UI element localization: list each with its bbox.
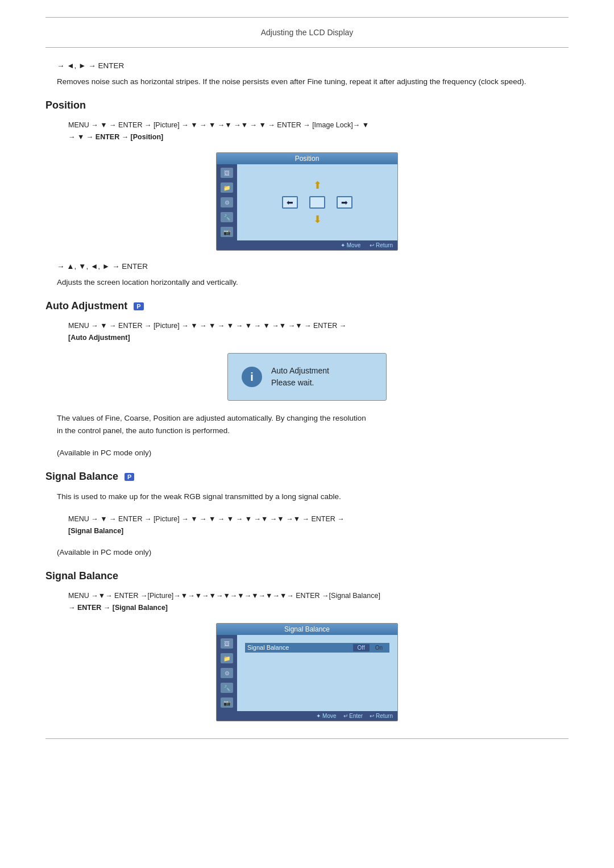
top-nav-instruction: → ◄, ► → ENTER: [57, 61, 569, 70]
signal-balance-row-1: Signal Balance Off On: [245, 643, 389, 653]
menu-icon-2: 📁: [221, 182, 233, 193]
signal-balance-screen-body: 🖼 📁 ⚙ 🔧 📷 Signal Balance Off On: [217, 635, 397, 711]
signal-balance-on-option: On: [371, 644, 387, 651]
position-main-area: ⬆ ⬅ ➡ ⬇: [237, 164, 397, 240]
top-border: [45, 17, 569, 18]
header-rule: [45, 47, 569, 48]
position-center-box: [309, 196, 325, 209]
position-up-arrow: ⬆: [313, 179, 322, 192]
signal-balance-detail-menu-path: MENU →▼→ ENTER →[Picture]→▼→▼→▼→▼→▼→▼→▼→…: [68, 590, 546, 614]
signal-balance-detail-heading: Signal Balance: [45, 570, 569, 582]
position-menu-path: MENU → ▼ → ENTER → [Picture] → ▼ → ▼ →▼ …: [68, 119, 546, 144]
menu-icon-4: 🔧: [221, 212, 233, 222]
auto-adjustment-available: (Available in PC mode only): [57, 447, 569, 459]
signal-balance-menu-rows: Signal Balance Off On: [245, 643, 389, 653]
sb-menu-icon-1: 🖼: [221, 638, 233, 649]
auto-adjustment-popup: i Auto Adjustment Please wait.: [227, 353, 387, 401]
top-description: Removes noise such as horizontal stripes…: [57, 76, 569, 88]
signal-balance-intro-menu-path: MENU → ▼ → ENTER → [Picture] → ▼ → ▼ → ▼…: [68, 513, 546, 538]
signal-balance-main-area: Signal Balance Off On: [237, 635, 397, 711]
auto-adjustment-popup-text: Auto Adjustment Please wait.: [271, 365, 329, 389]
menu-icon-1: 🖼: [221, 168, 233, 178]
info-icon: i: [242, 367, 262, 387]
page-title: Adjusting the LCD Display: [261, 28, 354, 37]
position-left-icons: 🖼 📁 ⚙ 🔧 📷: [217, 164, 237, 240]
signal-balance-off-option: Off: [353, 644, 370, 651]
position-bottom-bar: ✦ Move ↩ Return: [217, 240, 397, 250]
signal-balance-screen-titlebar: Signal Balance: [217, 624, 397, 635]
position-heading: Position: [45, 99, 569, 111]
menu-icon-5: 📷: [221, 227, 233, 237]
signal-balance-intro-heading: Signal Balance P: [45, 471, 569, 483]
page-container: Adjusting the LCD Display → ◄, ► → ENTER…: [0, 0, 614, 868]
signal-balance-intro-description: This is used to make up for the weak RGB…: [57, 491, 569, 503]
signal-balance-pc-badge: P: [125, 473, 134, 481]
sb-menu-icon-5: 📷: [221, 697, 233, 708]
signal-balance-intro-available: (Available in PC mode only): [57, 546, 569, 559]
position-left-box: ⬅: [282, 196, 298, 209]
position-nav-instruction: → ▲, ▼, ◄, ► → ENTER: [57, 262, 569, 271]
menu-icon-3: ⚙: [221, 197, 233, 207]
page-header: Adjusting the LCD Display: [45, 28, 569, 37]
position-arrows: ⬅ ➡: [282, 196, 352, 209]
position-down-arrow: ⬇: [313, 213, 322, 226]
auto-adjustment-heading: Auto Adjustment P: [45, 300, 569, 312]
signal-balance-left-icons: 🖼 📁 ⚙ 🔧 📷: [217, 635, 237, 711]
position-right-box: ➡: [337, 196, 352, 209]
position-screen-body: 🖼 📁 ⚙ 🔧 📷 ⬆ ⬅ ➡ ⬇: [217, 164, 397, 240]
position-description: Adjusts the screen location horizontally…: [57, 276, 569, 289]
signal-balance-bottom-bar: ✦ Move ↵ Enter ↩ Return: [217, 711, 397, 721]
sb-menu-icon-2: 📁: [221, 653, 233, 663]
auto-adjustment-description: The values of Fine, Coarse, Position are…: [57, 412, 569, 437]
auto-adjustment-menu-path: MENU → ▼ → ENTER → [Picture] → ▼ → ▼ → ▼…: [68, 320, 546, 344]
bottom-rule: [45, 738, 569, 739]
position-screen-titlebar: Position: [217, 153, 397, 164]
position-screen: Position 🖼 📁 ⚙ 🔧 📷 ⬆ ⬅ ➡ ⬇ ✦ Move: [216, 152, 398, 251]
signal-balance-screen: Signal Balance 🖼 📁 ⚙ 🔧 📷 Signal Balance …: [216, 623, 398, 721]
sb-menu-icon-4: 🔧: [221, 683, 233, 693]
sb-menu-icon-3: ⚙: [221, 668, 233, 678]
auto-adjustment-pc-badge: P: [134, 302, 143, 310]
